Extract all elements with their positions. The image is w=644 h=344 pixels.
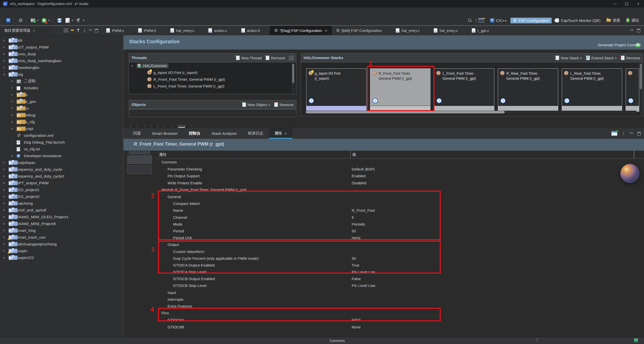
expander-icon[interactable] — [11, 127, 17, 131]
menu-item[interactable] — [67, 8, 74, 16]
project-tree-item[interactable]: C Developer Assistance — [0, 152, 123, 159]
debug-tool-icon[interactable] — [30, 17, 36, 24]
project-tree-item[interactable]: C GPT_output_PWM — [0, 180, 123, 186]
project-tree-item[interactable]: C configuration.xml — [0, 132, 123, 139]
expander-icon[interactable] — [11, 113, 17, 117]
view-tab[interactable]: 问题 × — [128, 128, 146, 139]
stack-card[interactable]: g_ioport I/O Port(r_ioport) i — [306, 68, 367, 112]
expander-icon[interactable] — [11, 106, 17, 110]
expander-icon[interactable] — [3, 215, 9, 219]
menu-item[interactable] — [32, 8, 39, 16]
expander-icon[interactable] — [3, 222, 9, 226]
editor-tab[interactable]: PWM.c × — [102, 26, 134, 35]
project-tree-item[interactable]: C frequency_and_duty_cycle — [0, 166, 123, 173]
property-row[interactable]: General — [155, 193, 644, 200]
expander-icon[interactable] — [3, 66, 9, 69]
property-row[interactable]: GTIOCB Output Enabled False — [155, 275, 644, 282]
project-tree-item[interactable]: C Smart_trash_can — [0, 234, 123, 241]
property-row[interactable]: Duty Cycle Percent (only applicable in P… — [155, 255, 644, 262]
property-row[interactable]: GTIOC6B None — [155, 324, 644, 330]
expander-icon[interactable] — [3, 181, 9, 185]
new-thread-button[interactable]: New Thread — [236, 56, 262, 60]
menu-item[interactable] — [39, 8, 46, 16]
menu-item[interactable] — [60, 8, 67, 16]
expander-icon[interactable] — [3, 174, 9, 178]
property-row[interactable]: Custom Waveform — [155, 248, 644, 255]
expander-icon[interactable] — [3, 208, 9, 212]
collapse-all-icon[interactable] — [289, 56, 294, 60]
remove-object-button[interactable]: Remove — [274, 102, 294, 107]
expander-icon[interactable] — [3, 167, 9, 171]
open-perspective-icon[interactable] — [478, 18, 484, 23]
property-row[interactable]: Input — [155, 289, 644, 296]
expander-icon[interactable] — [3, 52, 9, 56]
project-tree-item[interactable]: C 666 — [0, 37, 123, 44]
editor-tab[interactable]: action.h × — [237, 26, 270, 35]
editor-tab[interactable]: [666] FSP Configuration × — [332, 26, 392, 35]
fsp-tab[interactable] — [151, 125, 158, 128]
project-tree-item[interactable]: C frequency_and_duty_cycle2 — [0, 173, 123, 180]
property-row[interactable]: Pin Output Support Enabled — [155, 173, 644, 179]
threads-scrollbar[interactable] — [292, 63, 295, 94]
view-tab[interactable]: 错误日志 × — [242, 128, 269, 139]
project-tree-item[interactable]: C maichong — [0, 200, 123, 207]
property-row[interactable]: Interrupts — [155, 296, 644, 303]
project-tree-item[interactable]: C Dog — [0, 71, 123, 78]
maximize-view-icon[interactable] — [95, 29, 98, 32]
project-tree-item[interactable]: C duojishiyan — [0, 159, 123, 166]
project-tree-item[interactable]: C 二进制 — [0, 78, 123, 84]
expander-icon[interactable] — [11, 154, 17, 158]
link-with-editor-icon[interactable] — [70, 29, 74, 32]
minimize-view-icon[interactable] — [89, 29, 92, 32]
view-tab[interactable]: Stack Analysis × — [206, 128, 242, 139]
editor-tab[interactable]: r_gpt.c × — [467, 26, 499, 35]
project-tree-item[interactable]: C zuopin — [0, 247, 123, 254]
project-tree-item[interactable]: C ra_gen — [0, 98, 123, 105]
minimize-view-icon[interactable] — [630, 132, 633, 135]
view-tab[interactable]: Smart Browser × — [146, 128, 183, 139]
expander-icon[interactable] — [3, 195, 9, 198]
run-dropdown-caret[interactable] — [48, 20, 50, 21]
thread-tree-item[interactable]: g_ioport I/O Port (r_ioport) — [129, 69, 296, 76]
perspective-button[interactable]: C C/C++ — [488, 18, 509, 23]
status-overflow-icon[interactable] — [537, 338, 538, 341]
fsp-tab[interactable] — [131, 125, 138, 128]
expander-icon[interactable] — [11, 86, 17, 90]
perspective-button[interactable]: 资源 — [604, 17, 623, 24]
expander-icon[interactable] — [3, 38, 9, 42]
stack-card[interactable]: i — [626, 68, 639, 112]
toolbar-overflow-icon[interactable] — [476, 19, 476, 22]
project-tree-item[interactable]: C src — [0, 105, 123, 112]
property-row[interactable]: Parameter Checking Default (BSP) — [155, 166, 644, 173]
window-maximize-button[interactable] — [621, 0, 632, 8]
objects-list[interactable] — [129, 109, 296, 117]
hal-stacks-hscrollbar[interactable] — [304, 111, 636, 114]
project-tree-item[interactable]: C ra_cfg — [0, 118, 123, 125]
debug-dropdown-caret[interactable] — [37, 20, 39, 21]
perspective-button[interactable]: 调试 — [624, 17, 641, 24]
editor-tab[interactable]: PWM.h × — [134, 26, 166, 35]
property-row[interactable]: Channel 6 — [155, 214, 644, 221]
info-icon[interactable]: i — [628, 98, 633, 103]
menu-item[interactable] — [53, 8, 60, 16]
project-tree-item[interactable]: C ra — [0, 91, 123, 98]
stack-card[interactable]: L_Rear_Foot Timer,General PWM (r_gpt) i — [562, 68, 622, 112]
collapse-all-icon[interactable] — [64, 28, 68, 32]
project-tree-item[interactable]: C zuopin222 — [0, 254, 123, 261]
extend-stack-button[interactable]: Extend Stack > — [586, 56, 617, 60]
editor-tab[interactable]: hal_entry.c × — [429, 26, 467, 35]
fsp-tab[interactable] — [185, 125, 192, 128]
property-row[interactable]: Module R_Front_Foot Timer, General PWM (… — [155, 186, 644, 193]
view-tab[interactable]: 控制台 × — [183, 128, 206, 139]
thread-tree-item[interactable]: L_Front_Foot Timer, General PWM (r_gpt) — [129, 83, 296, 90]
new-stack-button[interactable]: New Stack > — [555, 56, 582, 60]
build-hammer-icon[interactable] — [75, 17, 82, 24]
thread-tree-item[interactable]: R_Front_Foot Timer, General PWM (r_gpt) — [129, 76, 296, 83]
close-icon[interactable]: × — [325, 28, 327, 33]
project-tree-item[interactable]: C Debug — [0, 112, 123, 118]
project-tree-item[interactable]: C RA4M2_MINI_OLED_Project1 — [0, 213, 123, 220]
tab-project-explorer[interactable]: 项目资源管理器 × — [0, 26, 52, 35]
close-icon[interactable]: × — [285, 131, 287, 136]
editor-tab[interactable]: *[Dog] FSP Configuration × — [270, 26, 332, 35]
perspective-button[interactable]: CapTouch Monitor (QE) — [553, 18, 603, 23]
